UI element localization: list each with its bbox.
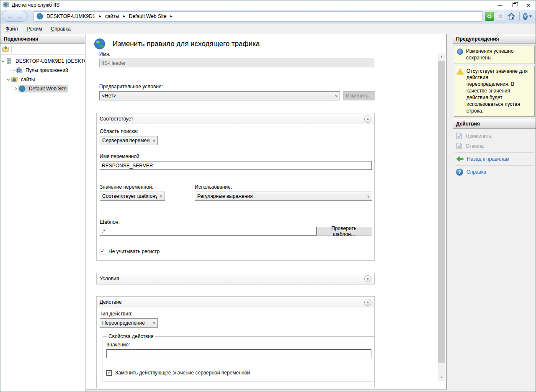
save-connection-icon[interactable] xyxy=(2,46,9,52)
title-bar: Диспетчер служб IIS — × xyxy=(0,0,536,10)
chevron-right-icon[interactable] xyxy=(13,87,18,91)
maximize-button[interactable] xyxy=(507,0,521,10)
variable-name-input[interactable] xyxy=(100,161,372,170)
application-pools-icon xyxy=(15,67,23,74)
replace-label: Заменить действующее значение серверной … xyxy=(115,370,250,376)
action-type-label: Тип действия: xyxy=(100,311,371,317)
test-pattern-button[interactable]: Проверить шаблон... xyxy=(317,227,371,236)
help-icon: ? xyxy=(523,13,528,20)
menu-view[interactable]: Режим xyxy=(23,25,46,33)
address-bar-buttons: ? xyxy=(485,12,532,21)
conditions-section-header[interactable]: Условия ∨ xyxy=(97,273,374,284)
website-globe-icon xyxy=(19,85,26,92)
breadcrumb-sites[interactable]: сайты xyxy=(104,13,120,19)
chevron-down-icon: ∨ xyxy=(335,94,338,98)
back-button[interactable]: ← xyxy=(7,13,13,20)
replace-checkbox[interactable]: ✓ xyxy=(106,370,112,376)
scroll-up-icon[interactable]: ∧ xyxy=(438,54,445,61)
action-properties-legend: Свойства действия xyxy=(107,333,155,339)
collapse-chevron-icon[interactable]: ∧ xyxy=(364,115,371,123)
variable-value-select[interactable]: Соответствует шаблону ∨ xyxy=(100,192,165,201)
action-type-select[interactable]: Переопределение ∨ xyxy=(100,318,158,328)
stop-icon xyxy=(498,14,503,19)
help-link[interactable]: ? Справка xyxy=(455,167,533,177)
scroll-down-icon[interactable]: ∨ xyxy=(438,374,445,381)
action-section-body: Тип действия: Переопределение ∨ Свойства… xyxy=(97,307,374,388)
expand-chevron-icon[interactable]: ∨ xyxy=(364,275,371,282)
refresh-icon xyxy=(487,13,492,19)
globe-icon[interactable] xyxy=(36,13,43,20)
action-section-title: Действие xyxy=(100,299,364,305)
back-to-rules-link[interactable]: Назад к правилам xyxy=(455,154,533,164)
ignore-case-row: ✓ Не учитывать регистр xyxy=(100,249,371,254)
collapse-chevron-icon[interactable]: ∧ xyxy=(364,299,371,306)
replace-row: ✓ Заменить действующее значение серверно… xyxy=(106,370,371,376)
value-input[interactable] xyxy=(106,349,371,358)
match-section-body: Область поиска: Серверная переменн ∨ Имя… xyxy=(97,124,374,260)
variable-value-value: Соответствует шаблону xyxy=(102,193,157,199)
variable-value-group: Значение переменной: Соответствует шабло… xyxy=(100,184,165,201)
pattern-label: Шаблон: xyxy=(100,219,371,225)
using-label: Использование: xyxy=(195,184,372,190)
tree-item-sites[interactable]: сайты xyxy=(0,75,85,84)
name-field-group: Имя: xyxy=(99,51,446,67)
menu-file[interactable]: Файл xyxy=(2,25,22,33)
action-type-value: Переопределение xyxy=(102,320,150,326)
match-section-header[interactable]: Соответствует ∧ xyxy=(97,113,374,124)
action-section-header[interactable]: Действие ∧ xyxy=(97,297,374,307)
scrollbar-thumb[interactable] xyxy=(438,61,445,363)
sites-folder-icon xyxy=(11,76,18,83)
help-button[interactable]: ? xyxy=(523,12,532,21)
actions-separator xyxy=(455,165,533,166)
tree-selection: Default Web Site xyxy=(18,85,68,92)
forward-button[interactable]: → xyxy=(17,13,22,20)
main-content-panel: Изменить правило для исходящего трафика … xyxy=(86,34,447,390)
using-select[interactable]: Регулярные выражения ∨ xyxy=(195,192,372,201)
chevron-down-icon[interactable] xyxy=(6,77,11,82)
breadcrumb-arrow-icon[interactable]: ▶ xyxy=(120,15,128,18)
alert-warning-text: Отсутствует значение для действия переоп… xyxy=(466,68,532,115)
menu-file-accel: Ф xyxy=(5,26,9,32)
back-arrow-icon xyxy=(456,156,464,162)
tree-item-app-pools[interactable]: Пулы приложений xyxy=(0,66,85,75)
breadcrumb-server[interactable]: DESKTOP-U1MK9D1 xyxy=(46,13,96,19)
precondition-select[interactable]: <Нет> ∨ xyxy=(99,91,340,100)
warning-exclamation: ! xyxy=(459,70,461,75)
alert-info: i Изменения успешно сохранены. xyxy=(454,46,535,64)
apply-label: Применить xyxy=(466,133,492,139)
menu-view-rest: ежим xyxy=(30,26,42,32)
close-button[interactable]: × xyxy=(521,0,536,10)
breadcrumb-arrow-icon[interactable]: ▶ xyxy=(96,15,104,18)
tree-item-default-web-site[interactable]: Default Web Site xyxy=(0,84,85,93)
scope-label: Область поиска: xyxy=(100,128,371,134)
navigation-pill: ← → xyxy=(2,11,28,22)
chevron-down-icon[interactable] xyxy=(0,59,5,63)
alert-warning: ! Отсутствует значение для действия пере… xyxy=(454,66,535,117)
scope-select[interactable]: Серверная переменн ∨ xyxy=(100,136,158,145)
match-section: Соответствует ∧ Область поиска: Серверна… xyxy=(96,113,375,261)
cancel-label: Отмена xyxy=(466,143,484,149)
home-button[interactable] xyxy=(507,12,516,21)
actions-header: Действия xyxy=(453,119,536,129)
stop-button[interactable] xyxy=(496,12,505,21)
connections-panel: Подключения xyxy=(0,34,85,392)
ignore-case-checkbox[interactable]: ✓ xyxy=(100,249,105,254)
breadcrumb-default-web-site[interactable]: Default Web Site xyxy=(128,13,168,19)
check-icon: ✓ xyxy=(107,369,111,375)
menu-help[interactable]: Справка xyxy=(47,25,75,33)
page-globe-icon xyxy=(94,38,106,50)
apply-action: Применить xyxy=(455,131,533,141)
page-title: Изменить правило для исходящего трафика xyxy=(113,40,260,48)
action-properties-group: Свойства действия Значение: ✓ Заменить д… xyxy=(103,333,375,382)
breadcrumb-arrow-icon[interactable]: ▶ xyxy=(168,15,175,18)
minimize-button[interactable]: — xyxy=(493,0,507,10)
pattern-input[interactable] xyxy=(100,227,317,236)
chevron-down-icon xyxy=(529,15,532,18)
chevron-down-icon: ∨ xyxy=(152,321,155,325)
chevron-down-icon: ∨ xyxy=(367,194,370,198)
tree-item-server[interactable]: DESKTOP-U1MK9D1 (DESKTOP-U1MK9D1 xyxy=(0,56,85,66)
alert-info-text: Изменения успешно сохранены. xyxy=(466,48,532,61)
tree-item-default-web-site-label: Default Web Site xyxy=(28,85,68,92)
vertical-scrollbar[interactable]: ∧ ∨ xyxy=(438,54,445,381)
refresh-button[interactable] xyxy=(485,12,494,21)
